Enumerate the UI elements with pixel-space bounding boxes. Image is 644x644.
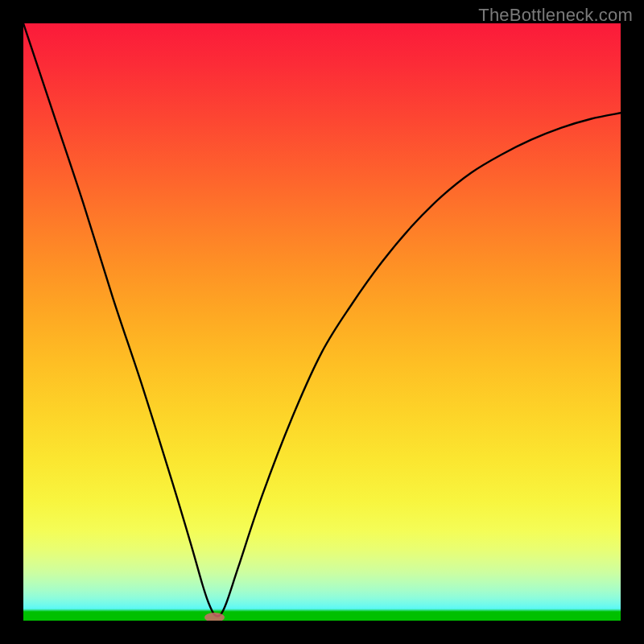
bottleneck-curve xyxy=(23,23,621,621)
plot-area xyxy=(23,23,621,621)
optimum-marker xyxy=(204,613,225,621)
watermark-text: TheBottleneck.com xyxy=(478,5,633,26)
chart-frame: TheBottleneck.com xyxy=(0,0,644,644)
